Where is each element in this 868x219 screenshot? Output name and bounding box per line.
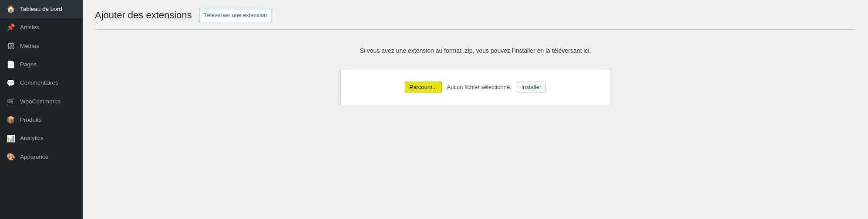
sidebar-item-label: Commentaires xyxy=(20,79,58,87)
sidebar-item-produits[interactable]: 📦 Produits xyxy=(0,111,83,129)
comments-icon: 💬 xyxy=(6,79,16,88)
sidebar-item-label: WooCommerce xyxy=(20,98,61,106)
sidebar-item-label: Pages xyxy=(20,61,37,69)
pages-icon: 📄 xyxy=(6,60,16,69)
sidebar-item-label: Articles xyxy=(20,24,39,32)
sidebar-item-label: Analytics xyxy=(20,134,44,143)
sidebar-item-tableau-de-bord[interactable]: 🏠 Tableau de bord xyxy=(0,0,83,18)
install-button[interactable]: Installer xyxy=(517,82,546,92)
info-text: Si vous avez une extension au format .zi… xyxy=(95,43,856,58)
sidebar-item-apparence[interactable]: 🎨 Apparence xyxy=(0,148,83,166)
articles-icon: 📌 xyxy=(6,23,16,32)
sidebar-item-pages[interactable]: 📄 Pages xyxy=(0,55,83,74)
sidebar: 🏠 Tableau de bord 📌 Articles 🖼 Médias 📄 … xyxy=(0,0,83,219)
sidebar-item-articles[interactable]: 📌 Articles xyxy=(0,18,83,37)
sidebar-item-commentaires[interactable]: 💬 Commentaires xyxy=(0,74,83,92)
dashboard-icon: 🏠 xyxy=(6,4,16,14)
sidebar-item-woocommerce[interactable]: 🛒 WooCommerce xyxy=(0,92,83,111)
sidebar-item-medias[interactable]: 🖼 Médias xyxy=(0,37,83,55)
upload-box: Parcourir... Aucun fichier sélectionné. … xyxy=(340,69,610,105)
products-icon: 📦 xyxy=(6,115,16,125)
sidebar-item-label: Apparence xyxy=(20,153,48,161)
page-title: Ajouter des extensions xyxy=(95,10,192,21)
sidebar-item-label: Tableau de bord xyxy=(20,5,62,14)
media-icon: 🖼 xyxy=(6,41,16,51)
browse-button[interactable]: Parcourir... xyxy=(405,82,442,92)
page-header: Ajouter des extensions Téléverser une ex… xyxy=(95,9,856,30)
televerser-extension-button[interactable]: Téléverser une extension xyxy=(199,9,272,22)
woocommerce-icon: 🛒 xyxy=(6,97,16,106)
main-content: Ajouter des extensions Téléverser une ex… xyxy=(83,0,868,219)
appearance-icon: 🎨 xyxy=(6,152,16,162)
no-file-label: Aucun fichier sélectionné. xyxy=(447,84,511,90)
sidebar-item-label: Produits xyxy=(20,116,42,124)
sidebar-item-analytics[interactable]: 📊 Analytics xyxy=(0,130,83,148)
analytics-icon: 📊 xyxy=(6,134,16,144)
sidebar-item-label: Médias xyxy=(20,42,39,51)
